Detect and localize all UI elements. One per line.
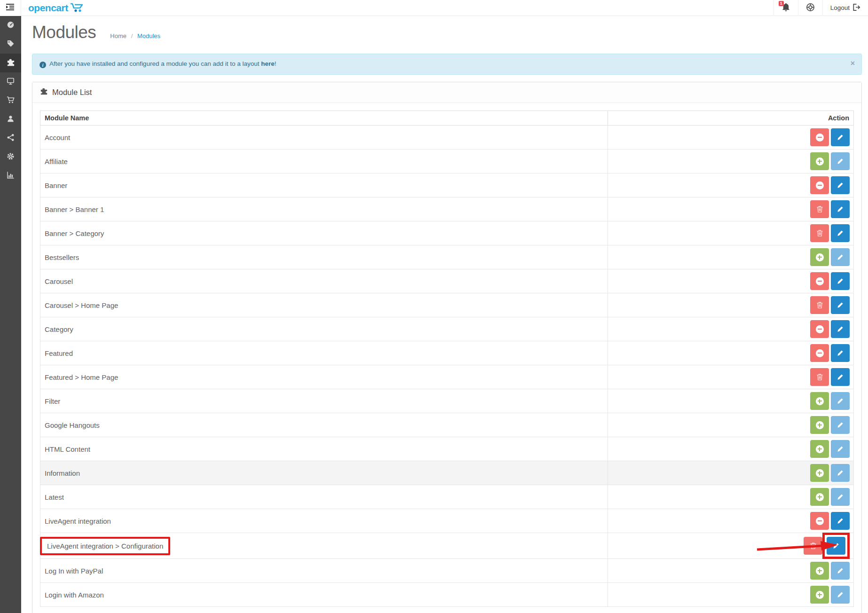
install-button[interactable] xyxy=(810,416,829,434)
delete-button[interactable] xyxy=(810,296,829,314)
edit-button[interactable] xyxy=(831,344,850,362)
sidebar-item-design[interactable] xyxy=(0,72,21,91)
page-title: Modules xyxy=(32,23,96,42)
support-button[interactable] xyxy=(798,0,822,16)
edit-button-disabled[interactable] xyxy=(831,392,850,410)
edit-button[interactable] xyxy=(831,296,850,314)
edit-button[interactable] xyxy=(831,128,850,146)
panel-title: Module List xyxy=(52,88,92,97)
edit-button[interactable] xyxy=(831,512,850,530)
module-name-cell: Bestsellers xyxy=(40,245,608,269)
install-button[interactable] xyxy=(810,488,829,506)
sidebar-item-reports[interactable] xyxy=(0,166,21,185)
install-button[interactable] xyxy=(810,586,829,604)
sidebar-item-sales[interactable] xyxy=(0,91,21,110)
module-name-cell: LiveAgent integration > Configuration xyxy=(40,533,608,559)
plus-circle-icon xyxy=(816,567,824,575)
alert-text-after: ! xyxy=(275,60,276,67)
minus-circle-icon xyxy=(816,134,824,141)
panel-heading: Module List xyxy=(32,82,861,103)
edit-button-disabled[interactable] xyxy=(831,152,850,170)
breadcrumb-modules-link[interactable]: Modules xyxy=(137,32,160,39)
alert-here-link[interactable]: here xyxy=(261,60,275,67)
install-button[interactable] xyxy=(810,562,829,580)
pencil-icon xyxy=(837,494,844,500)
notifications-button[interactable]: 1 xyxy=(773,0,798,16)
plus-circle-icon xyxy=(816,397,824,405)
pencil-icon xyxy=(837,230,844,236)
edit-button-disabled[interactable] xyxy=(831,562,850,580)
action-cell xyxy=(608,509,854,533)
pencil-icon xyxy=(837,374,844,380)
edit-button-disabled[interactable] xyxy=(831,248,850,266)
uninstall-button[interactable] xyxy=(810,128,829,146)
table-row: Account xyxy=(40,126,854,149)
menu-toggle-button[interactable] xyxy=(0,0,21,16)
install-button[interactable] xyxy=(810,152,829,170)
module-name-label: Banner > Banner 1 xyxy=(45,205,104,213)
sidebar-item-customers[interactable] xyxy=(0,110,21,129)
uninstall-button[interactable] xyxy=(810,272,829,290)
module-name-label: Filter xyxy=(45,397,60,405)
module-name-cell: Filter xyxy=(40,389,608,413)
trash-icon xyxy=(816,229,823,237)
edit-button-disabled[interactable] xyxy=(831,464,850,482)
opencart-logo[interactable]: opencart xyxy=(28,2,84,14)
delete-button[interactable] xyxy=(810,224,829,242)
edit-button-disabled[interactable] xyxy=(831,586,850,604)
delete-button[interactable] xyxy=(810,200,829,218)
edit-button-disabled[interactable] xyxy=(831,488,850,506)
info-circle-icon: i xyxy=(39,62,46,68)
catalog-icon xyxy=(7,39,15,49)
sidebar-item-marketing[interactable] xyxy=(0,129,21,148)
outdent-menu-icon xyxy=(6,3,15,12)
trash-icon xyxy=(816,373,823,381)
module-name-cell: HTML Content xyxy=(40,437,608,461)
edit-button[interactable] xyxy=(831,200,850,218)
edit-button[interactable] xyxy=(831,224,850,242)
action-cell xyxy=(608,485,854,509)
sidebar-item-extensions[interactable] xyxy=(0,54,21,72)
edit-button[interactable] xyxy=(831,368,850,386)
pencil-icon xyxy=(837,326,844,332)
pencil-icon xyxy=(837,158,844,165)
uninstall-button[interactable] xyxy=(810,512,829,530)
design-icon xyxy=(7,77,15,86)
sidebar-item-system[interactable] xyxy=(0,148,21,166)
install-button[interactable] xyxy=(810,392,829,410)
table-row: LiveAgent integration > Configuration xyxy=(40,533,854,559)
edit-button-disabled[interactable] xyxy=(831,440,850,458)
plus-circle-icon xyxy=(816,493,824,501)
info-alert: iAfter you have installed and configured… xyxy=(32,54,862,75)
edit-button[interactable] xyxy=(831,272,850,290)
uninstall-button[interactable] xyxy=(810,176,829,194)
table-row: Banner > Banner 1 xyxy=(40,197,854,221)
delete-button[interactable] xyxy=(804,537,822,555)
module-name-label: LiveAgent integration xyxy=(45,517,111,525)
uninstall-button[interactable] xyxy=(810,344,829,362)
plus-circle-icon xyxy=(816,469,824,477)
table-row: Featured > Home Page xyxy=(40,365,854,389)
edit-button[interactable] xyxy=(831,320,850,338)
edit-button[interactable] xyxy=(827,537,845,555)
table-row: Log In with PayPal xyxy=(40,559,854,583)
uninstall-button[interactable] xyxy=(810,320,829,338)
sidebar-item-catalog[interactable] xyxy=(0,35,21,54)
install-button[interactable] xyxy=(810,464,829,482)
pencil-icon xyxy=(837,470,844,476)
sidebar-item-dashboard[interactable] xyxy=(0,16,21,35)
system-icon xyxy=(7,152,15,162)
module-name-label: Login with Amazon xyxy=(45,591,104,599)
module-name-cell: Featured xyxy=(40,341,608,365)
table-row: LiveAgent integration xyxy=(40,509,854,533)
delete-button[interactable] xyxy=(810,368,829,386)
pencil-icon xyxy=(837,302,844,308)
breadcrumb-home-link[interactable]: Home xyxy=(110,32,126,39)
alert-close-icon[interactable]: × xyxy=(851,60,855,67)
logout-button[interactable]: Logout xyxy=(822,0,868,16)
install-button[interactable] xyxy=(810,248,829,266)
edit-button-disabled[interactable] xyxy=(831,416,850,434)
panel-body: Module Name Action Account Affiliate Ban… xyxy=(32,103,861,613)
install-button[interactable] xyxy=(810,440,829,458)
edit-button[interactable] xyxy=(831,176,850,194)
